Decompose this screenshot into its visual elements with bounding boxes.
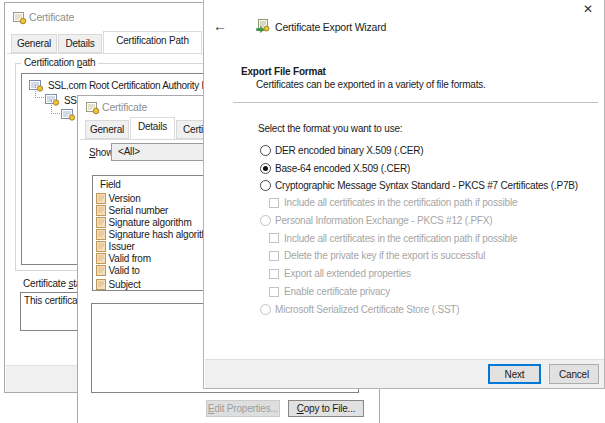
field-icon xyxy=(96,253,106,264)
checkbox-export-extended xyxy=(269,269,279,279)
separator xyxy=(233,102,598,103)
wizard-subheading: Certificates can be exported in a variet… xyxy=(256,79,486,90)
checkbox-include-path-pfx xyxy=(269,233,279,243)
list-item[interactable]: Subject xyxy=(96,279,141,291)
radio-base64[interactable] xyxy=(260,163,271,174)
checkbox-certificate-privacy xyxy=(269,287,279,297)
show-dropdown-value: <All> xyxy=(118,146,140,157)
field-icon xyxy=(96,205,106,216)
tab-details[interactable]: Details xyxy=(130,117,175,139)
tab-general[interactable]: General xyxy=(85,120,129,139)
list-item[interactable]: Signature algorithm xyxy=(96,217,192,229)
checkbox-delete-private-key-label: Delete the private key if the export is … xyxy=(284,250,485,262)
field-icon xyxy=(96,217,106,228)
edit-properties-button: Edit Properties... xyxy=(206,400,280,417)
radio-pkcs7[interactable] xyxy=(260,180,271,191)
tab-details[interactable]: Details xyxy=(58,34,102,53)
close-icon[interactable]: ✕ xyxy=(583,3,593,15)
list-item[interactable]: Valid from xyxy=(96,253,151,265)
wizard-footer xyxy=(205,359,604,388)
tree-connector xyxy=(35,85,44,98)
radio-base64-label[interactable]: Base-64 encoded X.509 (.CER) xyxy=(275,163,410,175)
field-icon xyxy=(96,241,106,252)
screen: Certificate General Details Certificatio… xyxy=(0,0,605,423)
field-icon xyxy=(96,229,106,240)
tree-item-root-ca[interactable]: SSL.com Root Certification Authority RSA xyxy=(48,80,211,91)
checkbox-certificate-privacy-label: Enable certificate privacy xyxy=(284,286,390,298)
radio-pfx xyxy=(260,215,271,226)
radio-pfx-label: Personal Information Exchange - PKCS #12… xyxy=(275,215,492,227)
certificate-icon xyxy=(86,101,100,117)
tab-general[interactable]: General xyxy=(11,34,57,53)
radio-pkcs7-label[interactable]: Cryptographic Message Syntax Standard - … xyxy=(275,180,578,192)
radio-sst xyxy=(260,304,271,315)
field-icon xyxy=(96,279,106,290)
copy-to-file-button[interactable]: Copy to File... xyxy=(288,400,364,417)
list-item[interactable]: Serial number xyxy=(96,205,168,217)
checkbox-export-extended-label: Export all extended properties xyxy=(284,268,411,280)
checkbox-include-path-pfx-label: Include all certificates in the certific… xyxy=(284,233,517,245)
certificate-tree-icon xyxy=(61,108,76,123)
radio-der[interactable] xyxy=(260,145,271,156)
radio-sst-label: Microsoft Serialized Certificate Store (… xyxy=(275,304,459,316)
next-button[interactable]: Next xyxy=(488,364,541,384)
checkbox-include-path-pkcs7 xyxy=(269,198,279,208)
format-prompt: Select the format you want to use: xyxy=(258,123,402,134)
list-item[interactable]: Issuer xyxy=(96,241,135,253)
radio-der-label[interactable]: DER encoded binary X.509 (.CER) xyxy=(275,145,423,157)
tab-certification-path[interactable]: Certification Path xyxy=(103,31,202,53)
wizard-title: Certificate Export Wizard xyxy=(275,21,386,33)
field-icon xyxy=(96,193,106,204)
certification-path-group-label: Certification path xyxy=(21,57,98,68)
certificate-icon xyxy=(13,11,27,27)
field-icon xyxy=(96,265,106,276)
wizard-icon xyxy=(256,19,270,35)
back-arrow-icon[interactable]: ← xyxy=(213,19,227,33)
field-column-header[interactable]: Field xyxy=(100,179,121,190)
list-item[interactable]: Version xyxy=(96,193,141,205)
tab-divider xyxy=(7,53,211,54)
list-item[interactable]: Valid to xyxy=(96,265,140,277)
certificate-export-wizard: ✕ ← Certificate Export Wizard Export Fil… xyxy=(203,0,605,389)
window-title: Certificate xyxy=(102,101,147,113)
window-title: Certificate xyxy=(29,11,74,23)
checkbox-include-path-pkcs7-label: Include all certificates in the certific… xyxy=(284,197,517,209)
tree-connector xyxy=(51,100,60,114)
list-item[interactable]: Signature hash algorithm xyxy=(96,229,215,241)
certificate-status-label: Certificate stat xyxy=(23,278,84,289)
checkbox-delete-private-key xyxy=(269,251,279,261)
wizard-heading: Export File Format xyxy=(241,66,326,77)
cancel-button[interactable]: Cancel xyxy=(549,364,599,384)
